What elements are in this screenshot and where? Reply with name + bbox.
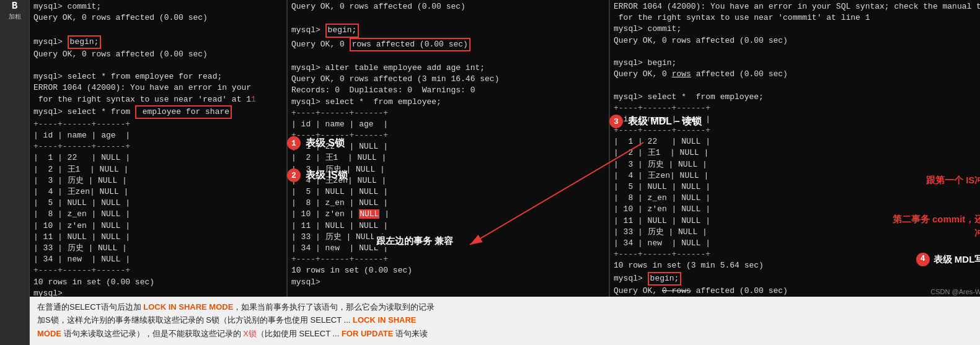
sidebar-letter: B (12, 1, 18, 11)
p1-line5: Query OK, 0 rows affected (0.00 sec) (33, 49, 283, 60)
bottom-line3: MODE 语句来读取这些记录），但是不能获取这些记录的 X锁（比如使用 SELE… (37, 327, 980, 340)
sidebar: B 加粗 (0, 0, 30, 345)
bottom-line2: 加S锁，这样允许别的事务继续获取这些记录的 S锁（比方说别的事务也使用 SELE… (37, 313, 980, 326)
bt-part3b: 语句来读取这些记录），但是不能获取这些记录的 (61, 329, 243, 338)
p2-row4: | 4 | 王zen| NULL | (291, 175, 605, 186)
bt-part2: ，如果当前事务执行了该语句，那么它会为读取到的记录 (233, 302, 435, 312)
p1-line4: mysql> begin; (33, 35, 283, 49)
sidebar-label: 加粗 (9, 12, 21, 21)
p2-row8: | 11 | NULL | NULL | (291, 221, 605, 232)
p3-begin-box: begin; (648, 272, 682, 286)
p3-ok1: Query OK, 0 rows affected (0.00 sec) (614, 35, 980, 46)
bt-xlock: X锁 (243, 329, 257, 338)
p2-table-sep1: +----+------+------+ (291, 108, 605, 119)
p1-line7: mysql> select * from employee for read; (33, 71, 283, 82)
p2-row6: | 8 | z_en | NULL | (291, 198, 605, 209)
p1-table-sep3: +----+------+------+ (33, 265, 283, 276)
bottom-line1: 在普通的SELECT语句后边加 LOCK IN SHARE MODE，如果当前事… (37, 300, 980, 313)
p2-table-sep2: +----+------+------+ (291, 130, 605, 141)
p1-row2: | 2 | 王1 | NULL | (33, 164, 283, 175)
p3-table-sep3: +----+------+------+ (614, 249, 980, 260)
p3-ok3: Query OK, 0 rows affected (0.00 sec) (614, 286, 980, 297)
p3-ok2: Query OK, 0 rows affected (0.00 sec) (614, 69, 980, 80)
p3-blank2 (614, 80, 980, 91)
p1-row8: | 11 | NULL | NULL | (33, 232, 283, 243)
p3-table-col: | id | name | age | (614, 114, 980, 125)
p2-begin-box: begin; (325, 24, 360, 37)
p3-commit: mysql> commit; (614, 24, 980, 35)
p1-row6: | 8 | z_en | NULL | (33, 209, 283, 220)
p2-row7: | 10 | z'en | NULL | (291, 209, 605, 220)
p1-table-sep1: +----+------+------+ (33, 119, 283, 130)
main-container: B 加粗 mysql> commit; Query OK, 0 rows aff… (0, 0, 980, 345)
bt-keyword4: FOR UPDATE (342, 329, 394, 338)
p3-rowcount: 10 rows in set (3 min 5.64 sec) (614, 260, 980, 271)
p2-line3: mysql> begin; (291, 24, 605, 37)
p1-row5: | 5 | NULL | NULL | (33, 198, 283, 209)
p1-line3 (33, 24, 283, 35)
p3-begin: mysql> begin; (614, 58, 980, 69)
p3-row5: | 5 | NULL | NULL | (614, 181, 980, 193)
p2-line2 (291, 12, 605, 24)
p3-table-sep1: +----+------+------+ (614, 103, 980, 114)
terminal-panel-3: ERROR 1064 (42000): You have an error in… (609, 0, 980, 304)
p1-share-box: employee for share (135, 105, 232, 119)
p2-row2: | 2 | 王1 | NULL | (291, 152, 605, 164)
p2-line5 (291, 51, 605, 63)
p2-row10: | 34 | new | NULL | (291, 243, 605, 254)
p2-select: mysql> select * from employee; (291, 97, 605, 108)
p1-row10: | 34 | new | NULL | (33, 254, 283, 265)
p3-blank (614, 46, 980, 58)
bt-keyword2: LOCK IN SHARE (353, 315, 417, 325)
bt-part3d: 语句来读 (393, 329, 428, 338)
terminal-panel-2: Query OK, 0 rows affected (0.00 sec) mys… (287, 0, 609, 304)
p3-row3: | 3 | 历史 | NULL | (614, 159, 980, 170)
p2-row9: | 33 | 历史 | NULL | (291, 232, 605, 243)
p2-line1: Query OK, 0 rows affected (0.00 sec) (291, 1, 605, 12)
p1-row3: | 3 | 历史 | NULL | (33, 175, 283, 186)
p3-row2: | 2 | 王1 | NULL | (614, 147, 980, 159)
p1-line6 (33, 60, 283, 71)
p1-row9: | 33 | 历史 | NULL | (33, 243, 283, 254)
p1-line2: Query OK, 0 rows affected (0.00 sec) (33, 12, 283, 24)
bt-part3c: （比如使用 SELECT ... (257, 329, 342, 338)
p2-table-col: | id | name | age | (291, 119, 605, 130)
p1-row4: | 4 | 王zen| NULL | (33, 186, 283, 198)
bt-keyword1: LOCK IN SHARE MODE (143, 302, 233, 312)
p3-row7: | 10 | z'en | NULL | (614, 204, 980, 215)
p3-select: mysql> select * from employee; (614, 92, 980, 103)
p1-row7: | 10 | z'en | NULL | (33, 221, 283, 232)
p2-rowcount: 10 rows in set (0.00 sec) (291, 265, 605, 276)
p2-row1: | 1 | 22 | NULL | (291, 141, 605, 152)
p1-row1: | 1 | 22 | NULL | (33, 152, 283, 164)
p3-err2: for the right syntax to use near 'commmi… (614, 12, 980, 24)
p2-line6: mysql> alter table employee add age int; (291, 63, 605, 74)
terminal-panel-1: mysql> commit; Query OK, 0 rows affected… (30, 0, 287, 304)
p2-line8: Records: 0 Duplicates: 0 Warnings: 0 (291, 85, 605, 96)
p2-prompt: mysql> (291, 277, 605, 288)
bt-part3a: 加S锁，这样允许别的事务继续获取这些记录的 S锁（比方说别的事务也使用 SELE… (37, 315, 353, 325)
p1-line8: ERROR 1064 (42000): You have an error in… (33, 82, 283, 94)
p1-table-sep2: +----+------+------+ (33, 141, 283, 152)
bt-part1: 在普通的SELECT语句后边加 (37, 302, 143, 312)
p1-rowcount: 10 rows in set (0.00 sec) (33, 277, 283, 288)
bottom-text-area: 在普通的SELECT语句后边加 LOCK IN SHARE MODE，如果当前事… (30, 297, 980, 345)
bt-keyword3: MODE (37, 329, 61, 338)
p3-err1: ERROR 1064 (42000): You have an error in… (614, 1, 980, 12)
p3-row6: | 8 | z_en | NULL | (614, 193, 980, 204)
p3-row9: | 33 | 历史 | NULL | (614, 227, 980, 238)
p1-line10: mysql> select * from employee for share (33, 105, 283, 119)
csdn-badge: CSDN @Ares-Wang (930, 288, 980, 295)
p1-table-col: | id | name | age | (33, 130, 283, 141)
p2-line7: Query OK, 0 rows affected (3 min 16.46 s… (291, 74, 605, 85)
p3-row4: | 4 | 王zen| NULL | (614, 170, 980, 181)
p2-table-sep3: +----+------+------+ (291, 254, 605, 265)
p1-line9: for the right syntax to use near 'read' … (33, 94, 283, 105)
p1-begin-box: begin; (68, 35, 102, 49)
p1-line1: mysql> commit; (33, 1, 283, 12)
p2-row5: | 5 | NULL | NULL | (291, 186, 605, 198)
p3-begin2: mysql> begin; (614, 272, 980, 286)
p3-row8: | 11 | NULL | NULL | (614, 216, 980, 227)
p3-table-sep2: +----+------+------+ (614, 125, 980, 136)
p2-line4: Query OK, 0 rows affected (0.00 sec) (291, 38, 605, 51)
